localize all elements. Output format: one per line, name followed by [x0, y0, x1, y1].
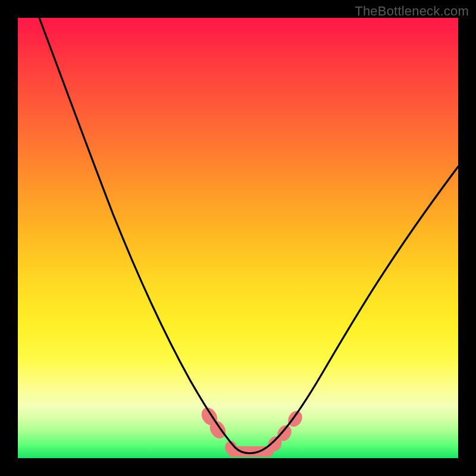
- plot-area: [18, 18, 458, 458]
- highlight-blobs: [198, 405, 305, 457]
- bottleneck-curve: [39, 18, 458, 453]
- chart-frame: TheBottleneck.com: [0, 0, 476, 476]
- watermark-text: TheBottleneck.com: [355, 4, 469, 19]
- curve-overlay: [18, 18, 458, 458]
